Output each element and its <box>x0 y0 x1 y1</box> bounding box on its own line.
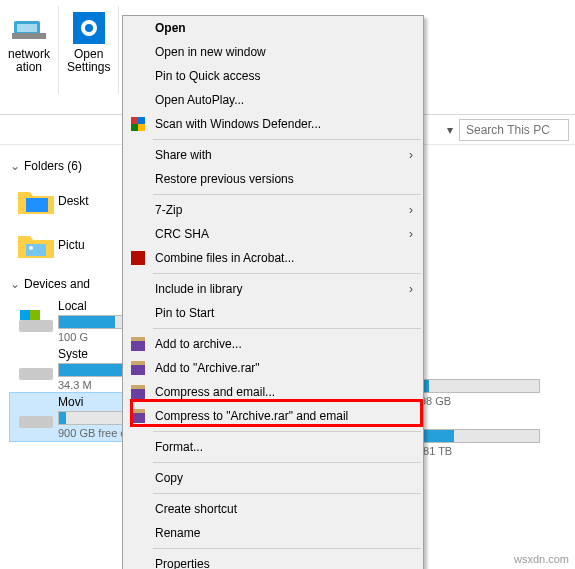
separator <box>153 328 421 329</box>
folders-header-text: Folders (6) <box>24 159 82 173</box>
chevron-right-icon: › <box>409 148 413 162</box>
drive-icon <box>14 301 58 341</box>
svg-rect-12 <box>20 310 30 320</box>
drive-usage-bar <box>420 379 540 393</box>
ctx-create-shortcut[interactable]: Create shortcut <box>123 497 423 521</box>
ctx-rename[interactable]: Rename <box>123 521 423 545</box>
svg-point-10 <box>29 246 33 250</box>
svg-rect-18 <box>131 124 138 131</box>
ctx-open-new-window[interactable]: Open in new window <box>123 40 423 64</box>
gear-icon <box>71 10 107 46</box>
chevron-down-icon: ⌄ <box>10 277 20 291</box>
drive-icon <box>14 349 58 389</box>
breadcrumb-caret[interactable]: ▾ <box>447 123 453 137</box>
svg-rect-14 <box>19 368 53 380</box>
ribbon-group-open-settings[interactable]: Open Settings <box>59 6 119 94</box>
svg-point-5 <box>85 24 93 32</box>
network-label-2: ation <box>16 61 42 74</box>
drive-tile-partial-2[interactable]: .81 TB <box>420 427 575 457</box>
ctx-combine-acrobat[interactable]: Combine files in Acrobat... <box>123 246 423 270</box>
ctx-compress-rar-email[interactable]: Compress to "Archive.rar" and email <box>123 404 423 428</box>
svg-rect-13 <box>30 310 40 320</box>
ctx-add-archive-rar[interactable]: Add to "Archive.rar" <box>123 356 423 380</box>
shield-icon <box>129 115 147 133</box>
ctx-compress-email[interactable]: Compress and email... <box>123 380 423 404</box>
drive-tile-partial-1[interactable]: 98 GB <box>420 377 575 407</box>
svg-rect-24 <box>131 361 145 365</box>
separator <box>153 431 421 432</box>
separator <box>153 139 421 140</box>
separator <box>153 273 421 274</box>
open-settings-label-2: Settings <box>67 61 110 74</box>
svg-rect-11 <box>19 320 53 332</box>
drive-usage-bar <box>420 429 540 443</box>
ctx-scan-defender[interactable]: Scan with Windows Defender... <box>123 112 423 136</box>
ctx-pin-quick-access[interactable]: Pin to Quick access <box>123 64 423 88</box>
folder-icon <box>14 225 58 265</box>
svg-rect-28 <box>131 409 145 413</box>
devices-header-text: Devices and <box>24 277 90 291</box>
folder-icon <box>14 181 58 221</box>
svg-rect-1 <box>17 24 37 32</box>
svg-rect-21 <box>131 341 145 351</box>
winrar-icon <box>129 359 147 377</box>
watermark: wsxdn.com <box>514 553 569 565</box>
svg-rect-2 <box>12 33 46 39</box>
ctx-copy[interactable]: Copy <box>123 466 423 490</box>
winrar-icon <box>129 383 147 401</box>
ctx-crc-sha[interactable]: CRC SHA› <box>123 222 423 246</box>
chevron-down-icon: ⌄ <box>10 159 20 173</box>
svg-rect-27 <box>131 413 145 423</box>
svg-rect-20 <box>131 251 145 265</box>
ctx-format[interactable]: Format... <box>123 435 423 459</box>
ctx-7zip[interactable]: 7-Zip› <box>123 198 423 222</box>
ctx-pin-start[interactable]: Pin to Start <box>123 301 423 325</box>
drive-icon <box>14 397 58 437</box>
svg-rect-23 <box>131 365 145 375</box>
winrar-icon <box>129 407 147 425</box>
svg-rect-15 <box>19 416 53 428</box>
svg-rect-19 <box>138 124 145 131</box>
chevron-right-icon: › <box>409 227 413 241</box>
search-input[interactable] <box>459 119 569 141</box>
svg-rect-8 <box>26 198 48 212</box>
ctx-restore-previous[interactable]: Restore previous versions <box>123 167 423 191</box>
svg-rect-22 <box>131 337 145 341</box>
svg-rect-16 <box>131 117 138 124</box>
chevron-right-icon: › <box>409 203 413 217</box>
separator <box>153 194 421 195</box>
svg-rect-26 <box>131 385 145 389</box>
chevron-right-icon: › <box>409 282 413 296</box>
winrar-icon <box>129 335 147 353</box>
drive-sub: .81 TB <box>420 445 575 457</box>
ctx-add-archive[interactable]: Add to archive... <box>123 332 423 356</box>
ribbon-group-network[interactable]: network ation <box>0 6 59 94</box>
svg-rect-17 <box>138 117 145 124</box>
ctx-share-with[interactable]: Share with› <box>123 143 423 167</box>
separator <box>153 548 421 549</box>
ctx-open[interactable]: Open <box>123 16 423 40</box>
network-drive-icon <box>11 10 47 46</box>
drive-sub: 98 GB <box>420 395 575 407</box>
ctx-include-library[interactable]: Include in library› <box>123 277 423 301</box>
svg-rect-25 <box>131 389 145 399</box>
svg-rect-9 <box>26 244 46 256</box>
separator <box>153 493 421 494</box>
ctx-properties[interactable]: Properties <box>123 552 423 569</box>
acrobat-icon <box>129 249 147 267</box>
context-menu: Open Open in new window Pin to Quick acc… <box>122 15 424 569</box>
ctx-open-autoplay[interactable]: Open AutoPlay... <box>123 88 423 112</box>
separator <box>153 462 421 463</box>
